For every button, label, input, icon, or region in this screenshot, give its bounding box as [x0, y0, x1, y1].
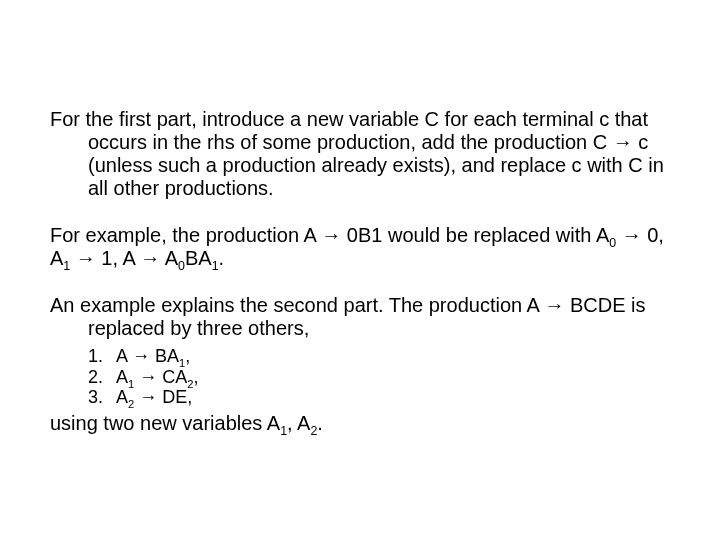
text: .	[219, 247, 225, 269]
list-number: 2.	[88, 367, 116, 388]
text: , A	[287, 412, 310, 434]
list-body: A → BA1,	[116, 346, 190, 367]
text: ,	[193, 367, 198, 387]
text: A → BA	[116, 346, 179, 366]
text: → 1, A → A	[70, 247, 178, 269]
text: For example, the production A → 0B1 woul…	[50, 224, 609, 246]
list-number: 1.	[88, 346, 116, 367]
list-body: A2 → DE,	[116, 387, 192, 408]
slide-content: For the first part, introduce a new vari…	[0, 0, 721, 541]
paragraph-2: For example, the production A → 0B1 woul…	[50, 224, 671, 270]
text: A	[116, 387, 128, 407]
paragraph-4: using two new variables A1, A2.	[50, 412, 671, 435]
text: ,	[185, 346, 190, 366]
subscript: 1	[280, 424, 287, 438]
subscript: 1	[212, 259, 219, 273]
production-list: 1. A → BA1, 2. A1 → CA2, 3. A2 → DE,	[50, 346, 671, 408]
paragraph-3-block: An example explains the second part. The…	[50, 294, 671, 435]
text: → CA	[134, 367, 187, 387]
text: using two new variables A	[50, 412, 280, 434]
list-item: 3. A2 → DE,	[88, 387, 671, 408]
list-body: A1 → CA2,	[116, 367, 198, 388]
text: .	[317, 412, 323, 434]
list-item: 2. A1 → CA2,	[88, 367, 671, 388]
paragraph-3: An example explains the second part. The…	[50, 294, 671, 340]
list-item: 1. A → BA1,	[88, 346, 671, 367]
paragraph-1: For the first part, introduce a new vari…	[50, 108, 671, 200]
text: A	[116, 367, 128, 387]
text: BA	[185, 247, 212, 269]
subscript: 0	[178, 259, 185, 273]
list-number: 3.	[88, 387, 116, 408]
text: → DE,	[134, 387, 192, 407]
